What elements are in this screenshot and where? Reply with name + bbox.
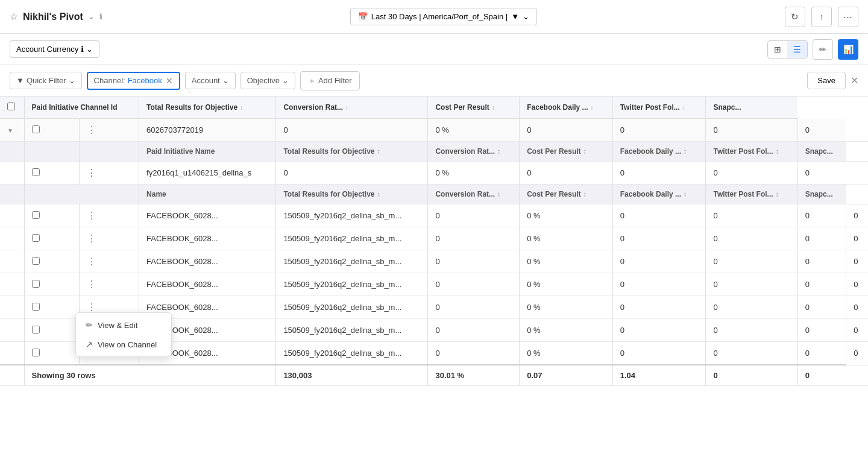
row-name-cell: 150509_fy2016q2_dellna_sb_m... bbox=[276, 204, 428, 227]
info-icon[interactable]: ℹ bbox=[99, 12, 102, 21]
sub-header-results-label: Total Results for Objective ↕ bbox=[276, 142, 428, 162]
view-toggle: ⊞ ☰ bbox=[767, 40, 808, 58]
date-range-label: Last 30 Days | America/Port_of_Spain | bbox=[371, 12, 508, 21]
cost-sort-icon[interactable]: ↕ bbox=[492, 104, 495, 111]
row-actions-button[interactable]: ⋮ bbox=[87, 256, 96, 267]
twitter-sort-icon[interactable]: ↕ bbox=[682, 104, 685, 111]
date-range-button[interactable]: 📅 Last 30 Days | America/Port_of_Spain |… bbox=[350, 8, 537, 25]
add-filter-button[interactable]: ＋ Add Filter bbox=[300, 71, 360, 90]
row-actions-button[interactable]: ⋮ bbox=[87, 279, 96, 290]
row-check-cell bbox=[24, 162, 80, 185]
results-sort-icon[interactable]: ↕ bbox=[240, 104, 243, 111]
sub-header-row: Paid Initiative Name Total Results for O… bbox=[0, 142, 868, 162]
sub-header2-cost-label: Cost Per Result ↕ bbox=[520, 185, 612, 204]
top-bar-right: ↻ ↑ ⋯ bbox=[785, 7, 858, 27]
sub-header2-name-label: Name bbox=[139, 185, 276, 204]
table-row: ⋮ FACEBOOK_6028... 150509_fy2016q2_delln… bbox=[0, 204, 868, 227]
objective-filter-button[interactable]: Objective ⌄ bbox=[241, 72, 295, 89]
row-actions-button[interactable]: ⋮ bbox=[87, 167, 96, 179]
row-checkbox[interactable] bbox=[32, 326, 40, 334]
group-results-cell: 0 bbox=[276, 119, 428, 142]
row-checkbox[interactable] bbox=[32, 280, 40, 288]
header-twitter-label: Twitter Post Fol... bbox=[620, 103, 680, 112]
row-actions-button[interactable]: ⋮ bbox=[87, 124, 96, 136]
row-name-cell: fy2016q1_u1406215_dellna_s bbox=[139, 162, 276, 185]
plus-icon: ＋ bbox=[308, 75, 316, 86]
channel-filter-chip: Channel: Facebook ✕ bbox=[87, 72, 180, 90]
footer-showing-label: Showing 30 rows bbox=[24, 365, 276, 386]
context-menu: ✏ View & Edit ↗ View on Channel bbox=[75, 312, 172, 357]
footer-facebook-total: 1.04 bbox=[612, 365, 706, 386]
table-footer-row: Showing 30 rows 130,003 30.01 % 0.07 1.0… bbox=[0, 365, 868, 386]
row-actions-cell: ⋮ bbox=[80, 162, 139, 185]
list-view-button[interactable]: ☰ bbox=[787, 41, 807, 58]
channel-chip-close[interactable]: ✕ bbox=[166, 76, 173, 86]
facebook-sort-icon[interactable]: ↕ bbox=[591, 104, 594, 111]
row-checkbox[interactable] bbox=[32, 303, 40, 311]
edit-button[interactable]: ✏ bbox=[813, 39, 833, 60]
footer-cost-total: 0.07 bbox=[520, 365, 612, 386]
currency-info-icon: ℹ bbox=[81, 45, 84, 54]
row-checkbox[interactable] bbox=[32, 234, 40, 242]
row-snapchat-cell: 0 bbox=[797, 162, 846, 185]
sub-header-twitter-label: Twitter Post Fol... ↕ bbox=[706, 142, 797, 162]
row-twitter-cell: 0 bbox=[706, 162, 797, 185]
header-channel-id: Paid Initiative Channel Id bbox=[24, 96, 139, 119]
select-all-checkbox[interactable] bbox=[7, 103, 15, 110]
account-filter-button[interactable]: Account ⌄ bbox=[185, 72, 236, 89]
sub-header-row-2: Name Total Results for Objective ↕ Conve… bbox=[0, 185, 868, 204]
account-filter-label: Account bbox=[192, 76, 220, 85]
quick-filter-label: Quick Filter bbox=[27, 76, 66, 85]
account-currency-button[interactable]: Account Currency ℹ ⌄ bbox=[10, 40, 99, 58]
grid-view-button[interactable]: ⊞ bbox=[768, 41, 787, 58]
header-twitter: Twitter Post Fol... ↕ bbox=[612, 96, 706, 119]
close-filter-button[interactable]: ✕ bbox=[851, 75, 858, 86]
row-actions-button[interactable]: ⋮ bbox=[87, 302, 96, 313]
channel-chip-value: Facebook bbox=[128, 76, 162, 85]
header-snapchat: Snapc... bbox=[706, 96, 797, 119]
row-checkbox[interactable] bbox=[32, 211, 40, 219]
footer-results-total: 130,003 bbox=[276, 365, 428, 386]
header-channel-id-label: Paid Initiative Channel Id bbox=[32, 103, 118, 112]
data-table-container: Paid Initiative Channel Id Total Results… bbox=[0, 96, 868, 468]
add-filter-label: Add Filter bbox=[318, 76, 352, 85]
save-button[interactable]: Save bbox=[807, 72, 846, 89]
row-facebook-cell: 0 bbox=[612, 162, 706, 185]
star-icon[interactable]: ☆ bbox=[10, 11, 18, 22]
table-header: Paid Initiative Channel Id Total Results… bbox=[0, 96, 868, 119]
row-checkbox[interactable] bbox=[32, 257, 40, 265]
more-options-button[interactable]: ⋯ bbox=[838, 7, 858, 27]
header-results-label: Total Results for Objective bbox=[146, 103, 237, 112]
sub-header-name-label: Paid Initiative Name bbox=[139, 142, 276, 162]
row-channel-cell: FACEBOOK_6028... bbox=[139, 204, 276, 227]
currency-chevron-icon: ⌄ bbox=[86, 45, 93, 54]
quick-filter-button[interactable]: ▼ Quick Filter ⌄ bbox=[10, 72, 82, 89]
filter-icon: ▼ bbox=[511, 12, 519, 21]
footer-twitter-total: 0 bbox=[706, 365, 797, 386]
sub-header2-facebook-label: Facebook Daily ... ↕ bbox=[612, 185, 706, 204]
header-results: Total Results for Objective ↕ bbox=[139, 96, 276, 119]
export-button[interactable]: ↑ bbox=[811, 7, 832, 27]
refresh-button[interactable]: ↻ bbox=[785, 7, 805, 27]
chart-button[interactable]: 📊 bbox=[838, 39, 858, 60]
row-actions-button[interactable]: ⋮ bbox=[87, 233, 96, 244]
conversion-sort-icon[interactable]: ↕ bbox=[345, 104, 348, 111]
chevron-down-icon[interactable]: ⌄ bbox=[88, 12, 95, 21]
header-conversion-label: Conversion Rat... bbox=[283, 103, 343, 112]
sub-bar: Account Currency ℹ ⌄ ⊞ ☰ ✏ 📊 bbox=[0, 34, 868, 65]
group-id-cell: 6026703772019 bbox=[139, 119, 276, 142]
table-row: ⋮ FACEBOOK_6028... 150509_fy2016q2_delln… bbox=[0, 273, 868, 296]
row-cost-cell: 0 bbox=[520, 162, 612, 185]
header-snapchat-label: Snapc... bbox=[713, 103, 741, 112]
view-channel-menu-item[interactable]: ↗ View on Channel bbox=[76, 335, 171, 354]
group-twitter-cell: 0 bbox=[706, 119, 797, 142]
sub-header-facebook-label: Facebook Daily ... ↕ bbox=[612, 142, 706, 162]
row-actions-button[interactable]: ⋮ bbox=[87, 210, 96, 221]
group-cost-cell: 0 bbox=[520, 119, 612, 142]
row-checkbox[interactable] bbox=[32, 125, 40, 133]
expand-icon[interactable]: ▼ bbox=[7, 127, 13, 134]
view-edit-menu-item[interactable]: ✏ View & Edit bbox=[76, 315, 171, 335]
row-checkbox[interactable] bbox=[32, 349, 40, 356]
date-chevron-icon: ⌄ bbox=[523, 12, 529, 21]
row-checkbox[interactable] bbox=[32, 168, 40, 176]
